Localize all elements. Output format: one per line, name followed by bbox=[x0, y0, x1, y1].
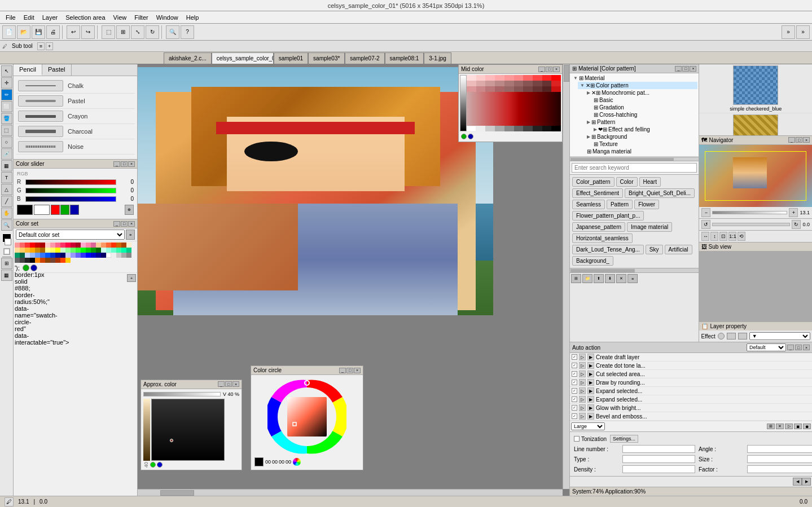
effect-blend-select[interactable]: ▼ bbox=[749, 332, 810, 340]
toolbar-rotate[interactable]: ↻ bbox=[146, 25, 159, 39]
mc-dot-blue[interactable] bbox=[468, 134, 473, 139]
tree-background[interactable]: ▶ ⊞ Background bbox=[585, 133, 697, 140]
cs-max-btn[interactable]: □ bbox=[121, 221, 128, 227]
mc-cell[interactable] bbox=[485, 86, 495, 92]
mc-cell[interactable] bbox=[523, 81, 533, 86]
toolbar-scale[interactable]: ⤡ bbox=[131, 25, 144, 39]
cs-cell[interactable] bbox=[76, 243, 81, 248]
mc-cell[interactable] bbox=[495, 81, 504, 86]
aa-tool-4[interactable]: ⏹ bbox=[794, 424, 802, 429]
menu-file[interactable]: File bbox=[2, 13, 19, 22]
cs-cell[interactable] bbox=[76, 248, 81, 253]
tool-gradient[interactable]: ▦ bbox=[1, 160, 12, 171]
brush-tab-pastel[interactable]: Pastel bbox=[42, 64, 72, 76]
approx-dot-green[interactable] bbox=[150, 462, 156, 468]
aa-min-btn[interactable]: _ bbox=[787, 345, 794, 350]
nav-reset[interactable]: ⟲ bbox=[738, 232, 745, 241]
tag-heart[interactable]: Heart bbox=[639, 177, 661, 187]
color-set-add-btn[interactable]: + bbox=[127, 274, 136, 282]
cs-cell[interactable] bbox=[106, 243, 111, 248]
cs-cell[interactable] bbox=[71, 243, 76, 248]
angle-input[interactable] bbox=[747, 445, 812, 453]
cs-cell[interactable] bbox=[30, 258, 35, 263]
tree-manga[interactable]: ⊞ Manga material bbox=[585, 148, 697, 155]
aa-rec-3[interactable]: ▶ bbox=[587, 371, 594, 377]
tool-move[interactable]: ✛ bbox=[1, 77, 12, 89]
cs-cell[interactable] bbox=[91, 248, 96, 253]
menu-view[interactable]: View bbox=[110, 13, 130, 22]
cs-cell[interactable] bbox=[71, 253, 76, 258]
tab-sample08[interactable]: sample08:1 bbox=[385, 52, 424, 64]
toolbar-print[interactable]: 🖨 bbox=[46, 25, 60, 39]
navigator-preview[interactable] bbox=[699, 145, 812, 207]
nav-flip-h[interactable]: ↔ bbox=[701, 232, 709, 241]
factor-input[interactable] bbox=[747, 465, 812, 473]
cs-cell[interactable] bbox=[121, 248, 126, 253]
cs-cell[interactable] bbox=[45, 248, 50, 253]
tree-gradation[interactable]: ⊞ Gradation bbox=[591, 104, 697, 111]
mat-close-btn[interactable]: × bbox=[690, 66, 696, 72]
tool-brush[interactable]: ✏ bbox=[1, 89, 12, 100]
effect-pattern-btn[interactable] bbox=[738, 333, 747, 340]
cs-cell[interactable] bbox=[101, 253, 106, 258]
auto-action-dropdown[interactable]: Default bbox=[747, 343, 786, 351]
cs-cell[interactable] bbox=[25, 243, 30, 248]
aa-check-4[interactable] bbox=[572, 380, 577, 385]
cs-cell[interactable] bbox=[55, 248, 60, 253]
cs-cell[interactable] bbox=[55, 258, 60, 263]
cs-cell[interactable] bbox=[126, 248, 131, 253]
color-wheel-svg[interactable] bbox=[267, 377, 346, 456]
nav-flip-v[interactable]: ↕ bbox=[710, 232, 718, 241]
cs-cell[interactable] bbox=[96, 243, 101, 248]
mc-cell[interactable] bbox=[551, 126, 561, 131]
brush-item-pastel[interactable]: Pastel bbox=[16, 94, 135, 109]
menu-layer[interactable]: Layer bbox=[39, 13, 62, 22]
cs-cell[interactable] bbox=[91, 243, 96, 248]
mc-cell[interactable] bbox=[551, 75, 561, 81]
swatch-blue[interactable] bbox=[70, 205, 79, 215]
tree-material[interactable]: ▼ ⊞ Material bbox=[571, 74, 697, 82]
sub-tool-btn1[interactable]: ≡ bbox=[37, 42, 45, 50]
toolbar-zoom[interactable]: 🔍 bbox=[166, 25, 179, 39]
mc-cell[interactable] bbox=[551, 81, 561, 86]
mat-tool-btn2[interactable]: 📁 bbox=[582, 274, 592, 283]
mc-cell[interactable] bbox=[514, 75, 524, 81]
toolbar-help[interactable]: ? bbox=[181, 25, 194, 39]
aa-check-5[interactable] bbox=[572, 388, 577, 394]
tag-dark-loud[interactable]: Dark_Loud_Tense_Ang... bbox=[572, 245, 644, 254]
tag-color-pattern[interactable]: Color_pattern bbox=[572, 177, 615, 187]
cs-cell[interactable] bbox=[91, 253, 96, 258]
cs-cell[interactable] bbox=[116, 248, 121, 253]
cs-cell[interactable] bbox=[86, 243, 91, 248]
mc-cell[interactable] bbox=[551, 86, 561, 92]
cs-cell[interactable] bbox=[50, 248, 55, 253]
nav-angle-right-btn[interactable]: ↻ bbox=[792, 220, 801, 229]
mc-cell[interactable] bbox=[523, 86, 533, 92]
tag-effect-sentiment[interactable]: Effect_Sentiment bbox=[572, 188, 623, 198]
mat-max-btn[interactable]: □ bbox=[682, 66, 689, 72]
cs-cell[interactable] bbox=[126, 243, 131, 248]
aa-rec-5[interactable]: ▶ bbox=[587, 387, 594, 394]
mc-cell[interactable] bbox=[504, 86, 514, 92]
toolbar-redo[interactable]: ↪ bbox=[81, 25, 95, 39]
aa-rec-8[interactable]: ▶ bbox=[587, 413, 594, 420]
ac-min-btn[interactable]: _ bbox=[218, 381, 225, 387]
tag-image-material[interactable]: Image material bbox=[627, 222, 672, 232]
tag-bright[interactable]: Bright_Quiet_Soft_Deli... bbox=[625, 188, 695, 198]
tree-pattern[interactable]: ▶ ⊞ Pattern bbox=[585, 118, 697, 126]
mc-cell[interactable] bbox=[533, 81, 542, 86]
cs-cell[interactable] bbox=[35, 243, 40, 248]
menu-edit[interactable]: Edit bbox=[20, 13, 38, 22]
aa-play-6[interactable]: ▷ bbox=[579, 396, 586, 403]
tool-text[interactable]: T bbox=[1, 172, 12, 183]
cs-cell[interactable] bbox=[101, 248, 106, 253]
canvas-scrollbar-h[interactable] bbox=[138, 489, 563, 496]
approx-v-slider[interactable] bbox=[143, 392, 221, 396]
cs-cell[interactable] bbox=[45, 253, 50, 258]
tool-zoom-tool[interactable]: 🔍 bbox=[1, 219, 12, 231]
tag-seamless[interactable]: Seamless bbox=[572, 200, 605, 209]
density-input[interactable] bbox=[622, 465, 695, 473]
cs-cell[interactable] bbox=[40, 243, 45, 248]
material-tree-scrollbar[interactable] bbox=[570, 157, 699, 161]
mc-cell[interactable] bbox=[523, 75, 533, 81]
